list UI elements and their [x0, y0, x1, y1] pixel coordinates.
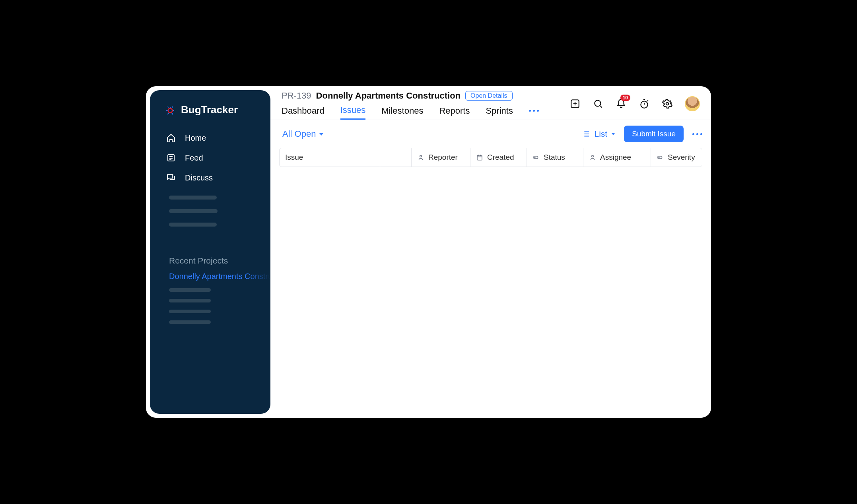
column-header-blank	[380, 148, 412, 167]
list-icon	[581, 130, 590, 138]
tab-milestones[interactable]: Milestones	[381, 106, 423, 119]
app-logo[interactable]: BugTracker	[150, 100, 270, 128]
open-details-button[interactable]: Open Details	[465, 91, 513, 101]
sidebar-item-label: Home	[185, 134, 206, 143]
filter-right: List Submit Issue	[581, 126, 702, 142]
calendar-icon	[476, 154, 483, 161]
column-label: Severity	[668, 153, 695, 162]
column-label: Issue	[285, 153, 303, 162]
filter-bar: All Open List Submit Issue	[270, 120, 711, 148]
gear-icon	[662, 99, 672, 109]
more-horizontal-icon	[529, 110, 539, 112]
svg-point-10	[534, 157, 535, 158]
app-window: BugTracker Home Feed Discuss	[145, 85, 712, 419]
sidebar-skeleton	[150, 188, 270, 236]
svg-point-1	[168, 108, 173, 112]
plus-square-icon	[570, 99, 580, 109]
topbar: PR-139 Donnelly Apartments Construction …	[270, 86, 711, 120]
column-label: Reporter	[428, 153, 458, 162]
skeleton-line	[169, 288, 211, 292]
column-header-assignee[interactable]: Assignee	[583, 148, 651, 167]
notifications-button[interactable]: 10	[616, 98, 627, 109]
sidebar-item-discuss[interactable]: Discuss	[162, 168, 262, 188]
project-name: Donnelly Apartments Construction	[316, 91, 461, 101]
tag-icon	[532, 154, 540, 161]
tab-reports[interactable]: Reports	[439, 106, 470, 119]
topbar-left: PR-139 Donnelly Apartments Construction …	[282, 90, 539, 120]
recent-project-link[interactable]: Donnelly Apartments Construction	[150, 271, 270, 288]
svg-point-4	[595, 100, 600, 106]
tabs-more-button[interactable]	[529, 110, 539, 115]
column-label: Status	[544, 153, 565, 162]
column-header-created[interactable]: Created	[470, 148, 527, 167]
sidebar-item-label: Feed	[185, 153, 203, 163]
tabs: Dashboard Issues Milestones Reports Spri…	[282, 101, 539, 120]
chevron-down-icon	[611, 133, 615, 135]
app-name: BugTracker	[181, 104, 238, 116]
skeleton-line	[169, 223, 217, 227]
topbar-right: 10	[569, 90, 700, 111]
more-horizontal-icon	[692, 133, 702, 135]
skeleton-line	[169, 310, 211, 313]
filter-label: All Open	[282, 129, 316, 139]
column-header-status[interactable]: Status	[527, 148, 583, 167]
user-icon	[417, 154, 424, 161]
user-avatar[interactable]	[685, 96, 700, 111]
recent-projects-title: Recent Projects	[150, 236, 270, 271]
svg-point-5	[641, 101, 647, 108]
search-button[interactable]	[593, 98, 604, 109]
skeleton-line	[169, 320, 211, 324]
svg-point-6	[666, 103, 669, 105]
skeleton-line	[169, 196, 217, 200]
add-button[interactable]	[569, 98, 581, 109]
user-icon	[589, 154, 596, 161]
search-icon	[593, 99, 603, 109]
project-code: PR-139	[282, 91, 311, 101]
svg-point-7	[420, 155, 422, 157]
bug-icon	[165, 105, 175, 115]
sidebar-item-label: Discuss	[185, 173, 213, 182]
filter-more-button[interactable]	[692, 133, 702, 135]
tag-icon	[657, 154, 664, 161]
chevron-down-icon	[319, 133, 324, 136]
column-label: Created	[487, 153, 514, 162]
skeleton-line	[169, 209, 218, 213]
column-header-severity[interactable]: Severity	[651, 148, 702, 167]
issues-table-header: Issue Reporter Created Status	[279, 148, 702, 167]
home-icon	[166, 133, 176, 143]
skeleton-line	[169, 299, 211, 302]
project-title-row: PR-139 Donnelly Apartments Construction …	[282, 90, 539, 101]
sidebar-nav: Home Feed Discuss	[150, 128, 270, 188]
view-switcher[interactable]: List	[581, 129, 615, 139]
feed-icon	[166, 153, 176, 163]
svg-rect-8	[477, 155, 482, 160]
submit-issue-button[interactable]: Submit Issue	[624, 126, 684, 142]
filter-dropdown[interactable]: All Open	[282, 129, 324, 139]
main-content: PR-139 Donnelly Apartments Construction …	[270, 86, 711, 418]
column-header-reporter[interactable]: Reporter	[412, 148, 470, 167]
sidebar: BugTracker Home Feed Discuss	[150, 90, 270, 414]
tab-sprints[interactable]: Sprints	[486, 106, 513, 119]
sidebar-item-feed[interactable]: Feed	[162, 148, 262, 168]
stopwatch-icon	[639, 99, 649, 109]
column-label: Assignee	[600, 153, 631, 162]
tab-issues[interactable]: Issues	[340, 105, 366, 120]
recent-projects-skeleton	[150, 288, 270, 331]
svg-point-11	[592, 155, 594, 157]
column-header-issue[interactable]: Issue	[280, 148, 380, 167]
timer-button[interactable]	[639, 98, 650, 109]
sidebar-item-home[interactable]: Home	[162, 128, 262, 148]
notification-badge: 10	[620, 95, 630, 101]
view-label: List	[594, 129, 607, 139]
settings-button[interactable]	[662, 98, 673, 109]
tab-dashboard[interactable]: Dashboard	[282, 106, 325, 119]
discuss-icon	[166, 173, 176, 183]
svg-point-13	[659, 157, 659, 158]
